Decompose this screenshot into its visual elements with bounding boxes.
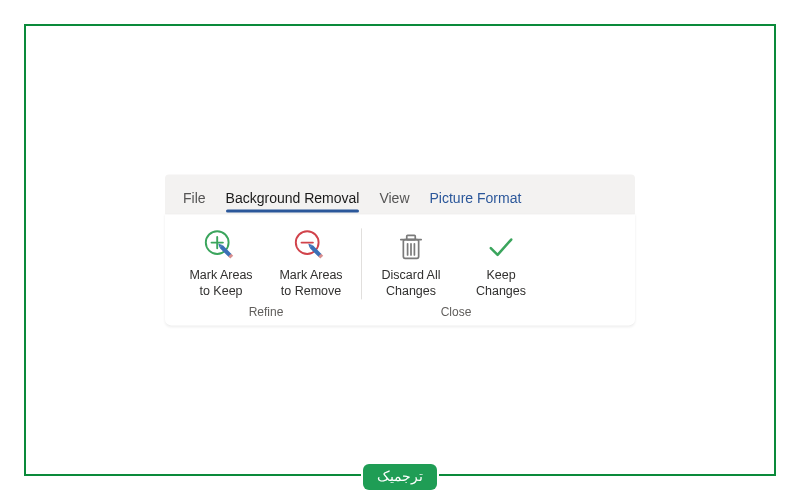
mark-areas-to-remove-button[interactable]: Mark Areas to Remove — [269, 224, 353, 301]
group-close-buttons: Discard All Changes Keep Changes — [369, 224, 543, 301]
mark-areas-to-keep-button[interactable]: Mark Areas to Keep — [179, 224, 263, 301]
trash-icon — [391, 226, 431, 266]
tab-view[interactable]: View — [369, 184, 419, 214]
checkmark-icon — [481, 226, 521, 266]
label-line2: to Remove — [281, 284, 341, 300]
plus-circle-pencil-icon — [201, 226, 241, 266]
label-line1: Mark Areas — [279, 268, 342, 284]
tab-strip: File Background Removal View Picture For… — [165, 174, 635, 214]
label-line2: Changes — [476, 284, 526, 300]
group-label-refine: Refine — [249, 306, 284, 320]
ribbon-body: Mark Areas to Keep — [165, 214, 635, 325]
discard-all-changes-button[interactable]: Discard All Changes — [369, 224, 453, 301]
keep-changes-button[interactable]: Keep Changes — [459, 224, 543, 301]
image-frame: File Background Removal View Picture For… — [24, 24, 776, 476]
tab-picture-format[interactable]: Picture Format — [420, 184, 532, 214]
label-line1: Keep — [486, 268, 515, 284]
group-refine: Mark Areas to Keep — [171, 224, 361, 319]
label-line1: Mark Areas — [189, 268, 252, 284]
ribbon: File Background Removal View Picture For… — [165, 174, 635, 325]
label-line2: to Keep — [199, 284, 242, 300]
label-line1: Discard All — [381, 268, 440, 284]
minus-circle-pencil-icon — [291, 226, 331, 266]
svg-rect-13 — [407, 235, 416, 239]
group-label-close: Close — [441, 306, 472, 320]
group-refine-buttons: Mark Areas to Keep — [179, 224, 353, 301]
tab-file[interactable]: File — [173, 184, 216, 214]
group-close: Discard All Changes Keep Changes Close — [361, 224, 551, 319]
tab-background-removal[interactable]: Background Removal — [216, 184, 370, 214]
label-line2: Changes — [386, 284, 436, 300]
watermark-badge: ترجمیک — [363, 464, 437, 490]
